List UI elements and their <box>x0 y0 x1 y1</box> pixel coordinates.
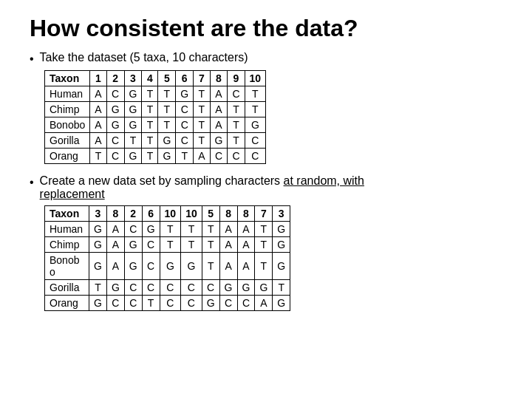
page-title: How consistent are the data? <box>30 15 502 42</box>
table-row: Bonobo AGG TTC TAT G <box>45 117 266 133</box>
bullet-section-2: • Create a new data set by sampling char… <box>30 174 502 311</box>
bullet2-underline: at random, with <box>284 174 364 187</box>
table-row: Human ACG TTG TAC T <box>45 86 266 102</box>
bullet1-text: Take the dataset (5 taxa, 10 characters) <box>40 51 248 64</box>
col-header-7: 7 <box>194 71 210 86</box>
col-header-1: 1 <box>90 71 106 86</box>
col-header-taxon-2: Taxon <box>45 206 89 222</box>
col-header-4: 4 <box>142 71 158 86</box>
taxon2-chimp: Chimp <box>45 237 89 253</box>
table-row: Chimp GAG CTT TAA TG <box>45 237 290 253</box>
col-header-5: 5 <box>158 71 176 86</box>
bullet-icon-2: • <box>30 176 34 189</box>
taxon-gorilla: Gorilla <box>45 133 90 149</box>
table-bootstrap: Taxon 3 8 2 6 10 10 5 8 8 7 3 Human GAC … <box>44 205 290 311</box>
col-header-9: 9 <box>228 71 245 86</box>
col-header-8: 8 <box>210 71 228 86</box>
table-row: Human GAC GTT TAA TG <box>45 222 290 237</box>
table-row: Bonobo GAG CGG TAA TG <box>45 253 290 280</box>
col-header-taxon: Taxon <box>45 71 90 86</box>
taxon-orang: Orang <box>45 149 90 164</box>
bullet-section-1: • Take the dataset (5 taxa, 10 character… <box>30 51 502 164</box>
table-row: Gorilla TGC CCC CGG GT <box>45 280 290 296</box>
table-row: Gorilla ACT TGC TGT C <box>45 133 266 149</box>
col-header-6: 6 <box>176 71 194 86</box>
taxon2-bonobo: Bonobo <box>45 253 89 280</box>
table-original: Taxon 1 2 3 4 5 6 7 8 9 10 Human ACG TTG… <box>44 70 266 164</box>
table-row: Chimp AGG TTC TAT T <box>45 102 266 117</box>
taxon2-orang: Orang <box>45 296 89 311</box>
col-header-2: 2 <box>106 71 124 86</box>
taxon-human: Human <box>45 86 90 102</box>
taxon2-human: Human <box>45 222 89 237</box>
taxon-chimp: Chimp <box>45 102 90 117</box>
bullet2-replacement: replacement <box>40 188 105 200</box>
table-row: Orang TCG TGT ACC C <box>45 149 266 164</box>
taxon-bonobo: Bonobo <box>45 117 90 133</box>
bullet2-text1: Create a new data set by sampling charac… <box>40 174 364 187</box>
bullet-icon-1: • <box>30 52 34 66</box>
col-header-3: 3 <box>124 71 142 86</box>
taxon2-gorilla: Gorilla <box>45 280 89 296</box>
table-row: Orang GCC TCC GCC AG <box>45 296 290 311</box>
col-header-10: 10 <box>245 71 266 86</box>
